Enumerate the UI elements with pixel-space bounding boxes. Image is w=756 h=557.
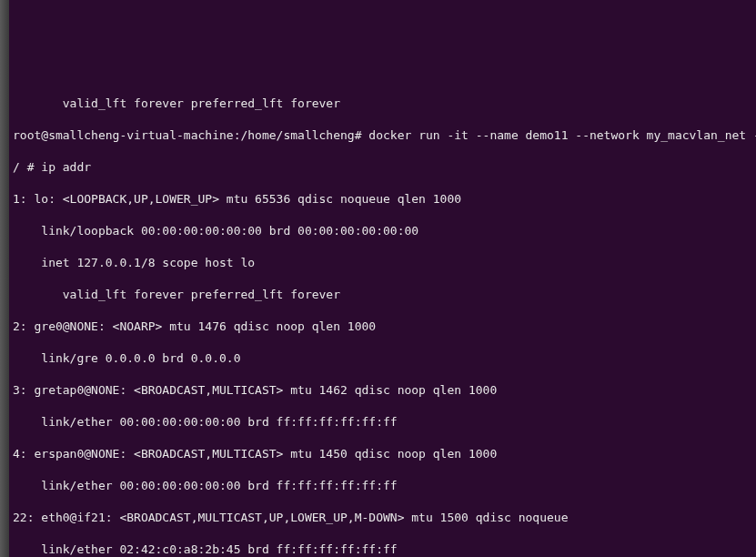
output-line: link/ether 00:00:00:00:00:00 brd ff:ff:f…: [13, 414, 752, 430]
output-line: link/loopback 00:00:00:00:00:00 brd 00:0…: [13, 223, 752, 239]
command-line: / # ip addr: [13, 159, 752, 176]
output-line: inet 127.0.0.1/8 scope host lo: [13, 255, 752, 271]
output-line: valid_lft forever preferred_lft forever: [13, 287, 752, 303]
output-line: 4: erspan0@NONE: <BROADCAST,MULTICAST> m…: [13, 446, 752, 462]
output-line: 22: eth0@if21: <BROADCAST,MULTICAST,UP,L…: [13, 510, 752, 526]
terminal-output[interactable]: valid_lft forever preferred_lft forever …: [13, 80, 752, 558]
output-line: valid_lft forever preferred_lft forever: [13, 96, 752, 112]
command-text: docker run -it --name demo11 --network m…: [362, 128, 756, 142]
shell-prompt: root@smallcheng-virtual-machine:/home/sm…: [13, 128, 362, 142]
output-line: 3: gretap0@NONE: <BROADCAST,MULTICAST> m…: [13, 382, 752, 399]
output-line: link/gre 0.0.0.0 brd 0.0.0.0: [13, 350, 752, 367]
output-line: link/ether 00:00:00:00:00:00 brd ff:ff:f…: [13, 478, 752, 494]
output-line: link/ether 02:42:c0:a8:2b:45 brd ff:ff:f…: [13, 542, 752, 557]
launcher-sidebar: [0, 0, 9, 557]
prompt-line: root@smallcheng-virtual-machine:/home/sm…: [13, 127, 752, 144]
output-line: 1: lo: <LOOPBACK,UP,LOWER_UP> mtu 65536 …: [13, 191, 752, 208]
output-line: 2: gre0@NONE: <NOARP> mtu 1476 qdisc noo…: [13, 319, 752, 335]
